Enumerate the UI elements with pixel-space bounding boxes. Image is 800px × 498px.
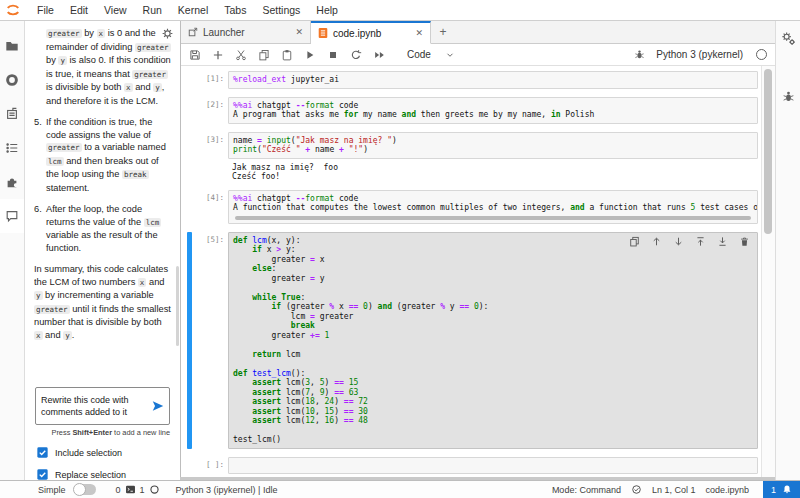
bell-icon: [782, 484, 792, 495]
cell-prompt: [3]:: [194, 132, 228, 182]
close-tab-icon[interactable]: ✕: [415, 28, 423, 38]
inline-code-chip: x: [34, 331, 43, 340]
chat-paragraph: 6.After the loop, the code returns the v…: [34, 203, 172, 254]
cell-type-dropdown[interactable]: Code: [403, 48, 459, 61]
insert-cell-below-icon[interactable]: [717, 236, 728, 247]
cell-input-editor[interactable]: %%ai chatgpt --format codeA function tha…: [228, 190, 758, 224]
cut-icon[interactable]: [235, 49, 247, 61]
menu-run[interactable]: Run: [135, 4, 170, 16]
cell-collapser[interactable]: [187, 97, 192, 124]
file-browser-icon[interactable]: [0, 29, 24, 63]
cell-output: Jak masz na imię? fooCześć foo!: [228, 159, 758, 182]
mode-indicator[interactable]: Mode: Command: [552, 485, 621, 495]
new-tab-button[interactable]: +: [431, 21, 455, 43]
cell-input-editor[interactable]: name = input("Jak masz na imię? ")print(…: [228, 132, 758, 159]
debugger-bug-icon[interactable]: [634, 49, 645, 60]
menu-help[interactable]: Help: [308, 4, 346, 16]
inline-code-chip: y: [58, 56, 67, 65]
notebook-cell[interactable]: [5]: def lcm(x, y): if x > y: greater = …: [187, 232, 758, 449]
kernels-count: 1: [140, 485, 145, 495]
kernel-status-text[interactable]: Python 3 (ipykernel) | Idle: [176, 485, 278, 495]
notebook-cell[interactable]: [2]:%%ai chatgpt --format codeA program …: [187, 97, 758, 124]
cell-collapser[interactable]: [187, 71, 192, 89]
cell-toolbar: [629, 236, 750, 247]
cell-input-editor[interactable]: [228, 457, 758, 475]
menu-bar: FileEditViewRunKernelTabsSettingsHelp: [0, 0, 800, 21]
close-tab-icon[interactable]: ✕: [295, 27, 303, 37]
simple-mode-toggle[interactable]: [74, 484, 96, 495]
notebook-scrollbar[interactable]: [761, 66, 775, 481]
notebook-cell[interactable]: [ ]:: [187, 457, 758, 475]
run-all-icon[interactable]: [373, 49, 386, 61]
notebook-cell[interactable]: [3]:name = input("Jak masz na imię? ")pr…: [187, 132, 758, 182]
tab-code-ipynb[interactable]: code.ipynb ✕: [311, 21, 431, 44]
cell-collapser[interactable]: [187, 190, 192, 224]
tab-bar: Launcher ✕ code.ipynb ✕ +: [181, 21, 775, 44]
simple-mode-label: Simple: [38, 485, 66, 495]
cell-prompt: [2]:: [194, 97, 228, 124]
running-kernels-icon[interactable]: [0, 63, 24, 97]
table-of-contents-icon[interactable]: [0, 131, 24, 165]
chat-input-hint: Press Shift+Enter to add a new line: [51, 428, 170, 437]
menu-settings[interactable]: Settings: [254, 4, 308, 16]
cell-prompt: [4]:: [194, 190, 228, 224]
cursor-position[interactable]: Ln 1, Col 1: [652, 485, 696, 495]
duplicate-cell-icon[interactable]: [629, 236, 640, 247]
debugger-bug-icon[interactable]: [782, 90, 795, 103]
insert-cell-above-icon[interactable]: [695, 236, 706, 247]
kernel-name-button[interactable]: Python 3 (pykernel): [656, 49, 743, 60]
kernel-status-icon[interactable]: [756, 49, 767, 60]
move-cell-down-icon[interactable]: [673, 236, 684, 247]
menu-edit[interactable]: Edit: [62, 4, 96, 16]
restart-kernel-icon[interactable]: [350, 49, 362, 61]
notebook-content: [1]:%reload_ext jupyter_ai[2]:%%ai chatg…: [181, 66, 762, 481]
terminals-count: 0: [116, 485, 121, 495]
inline-code-chip: greater: [34, 305, 70, 314]
menu-items: FileEditViewRunKernelTabsSettingsHelp: [29, 4, 346, 16]
stop-icon[interactable]: [327, 49, 339, 61]
cell-input-editor[interactable]: %reload_ext jupyter_ai: [228, 71, 758, 89]
notebook-cell[interactable]: [1]:%reload_ext jupyter_ai: [187, 71, 758, 89]
chat-input[interactable]: Rewrite this code with comments added to…: [35, 387, 170, 425]
copy-icon[interactable]: [258, 49, 270, 61]
cell-input-editor[interactable]: def lcm(x, y): if x > y: greater = x els…: [228, 232, 758, 449]
chat-icon[interactable]: [0, 199, 24, 233]
scrollbar-thumb[interactable]: [764, 69, 772, 234]
property-inspector-gears-icon[interactable]: [781, 31, 796, 46]
notifications-badge[interactable]: 1: [763, 481, 800, 498]
insert-cell-icon[interactable]: [212, 49, 224, 61]
cell-collapser[interactable]: [187, 232, 192, 449]
trust-check-icon: [631, 484, 642, 495]
run-icon[interactable]: [304, 49, 316, 61]
cell-input-editor[interactable]: %%ai chatgpt --format codeA program that…: [228, 97, 758, 124]
chat-panel: greater by x is 0 and the remainder of d…: [25, 21, 181, 481]
property-inspector-icon[interactable]: [0, 97, 24, 131]
send-icon[interactable]: [151, 399, 165, 413]
save-icon[interactable]: [189, 49, 201, 61]
inline-code-chip: lcm: [46, 157, 64, 166]
chat-paragraph: 5.If the condition is true, the code ass…: [34, 116, 172, 194]
include-selection-checkbox[interactable]: Include selection: [37, 447, 122, 458]
chat-scrollbar[interactable]: [176, 266, 179, 346]
paste-icon[interactable]: [281, 49, 293, 61]
menu-kernel[interactable]: Kernel: [170, 4, 216, 16]
move-cell-up-icon[interactable]: [651, 236, 662, 247]
notebook-icon: [318, 27, 328, 39]
cell-collapser[interactable]: [187, 457, 192, 475]
delete-cell-icon[interactable]: [739, 236, 750, 247]
menu-tabs[interactable]: Tabs: [216, 4, 254, 16]
menu-file[interactable]: File: [29, 4, 62, 16]
notebook-cell[interactable]: [4]:%%ai chatgpt --format codeA function…: [187, 190, 758, 224]
workspace: greater by x is 0 and the remainder of d…: [0, 21, 800, 481]
notebook-toolbar: Code Python 3 (pykernel): [181, 44, 775, 66]
chat-input-value[interactable]: Rewrite this code with comments added to…: [36, 391, 151, 421]
tab-launcher[interactable]: Launcher ✕: [181, 21, 311, 43]
inline-code-chip: x: [138, 278, 147, 287]
cell-collapser[interactable]: [187, 132, 192, 182]
replace-selection-checkbox[interactable]: Replace selection: [37, 469, 126, 480]
cell-horizontal-scrollbar[interactable]: [235, 216, 751, 220]
main-dock-panel: Launcher ✕ code.ipynb ✕ +: [181, 21, 775, 481]
inline-code-chip: x: [97, 29, 106, 38]
menu-view[interactable]: View: [96, 4, 135, 16]
extensions-icon[interactable]: [0, 165, 24, 199]
